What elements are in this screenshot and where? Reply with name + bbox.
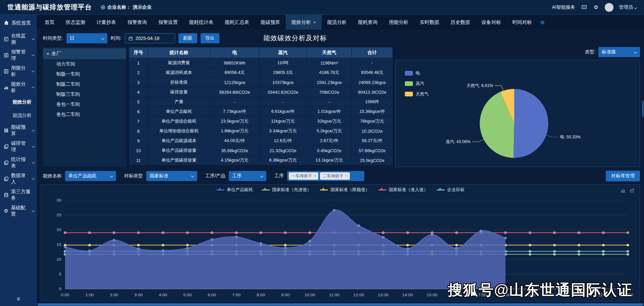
user-avatar[interactable] [605,3,613,12]
tab-设备对标[interactable]: 设备对标 [476,15,507,30]
tab-能效分析[interactable]: 能效分析× [286,15,322,30]
line-legend-item-企业目标[interactable]: 企业目标 [437,187,465,193]
tree-node-动力车间[interactable]: 动力车间 [43,59,126,69]
line-legend-item-国家标准（限额值）[interactable]: 国家标准（限额值） [320,187,370,193]
tab-能耗汇总表[interactable]: 能耗汇总表 [219,15,255,30]
sidebar-item-energy-analysis[interactable]: 用能分析 [0,63,37,79]
process-multiselect[interactable]: 一车间烘干×二车间烘干× [287,171,364,181]
benchmark-library-button[interactable]: 对标库管理 [606,171,640,181]
refresh-button[interactable]: 刷新 [178,33,197,43]
table-cell: 13.1kgce/万元 [307,156,352,165]
tag-remove-icon[interactable]: × [345,174,347,178]
export-button[interactable]: 导出 [201,33,219,43]
chevron-down-icon [32,37,35,40]
table-row: 10单位产品碳排放量35.88kgCO2e21.32kgCO2e0.45kgCO… [129,146,393,156]
benchmark-type-select[interactable]: 国家标准 [146,171,197,181]
message-icon[interactable] [581,4,587,11]
tab-能耗统计表[interactable]: 能耗统计表 [183,15,219,30]
svg-text:30: 30 [56,198,61,203]
process-label: 工序 [274,173,284,179]
svg-text:9:00: 9:00 [281,293,289,297]
line-legend-item-国家标准（准入值）[interactable]: 国家标准（准入值） [378,187,428,193]
tree-caret-icon[interactable]: ▾ [47,52,49,56]
tab-历史数据[interactable]: 历史数据 [445,15,476,30]
table-row: 3折标准煤12125kgce10373kgce1591.23kgce24089.… [129,78,393,87]
table-cell: 23.5kgce/万元 [210,117,259,126]
table-cell: 33442.62tCO2e [259,87,307,97]
tab-用能分析[interactable]: 用能分析 [383,15,414,30]
sidebar-item-data-entry[interactable]: 数据录入 [0,171,37,187]
sidebar-item-efficiency-analysis[interactable]: 能效分析 [0,79,37,95]
table-cell: 21.32kgCO2e [259,146,307,156]
chevron-up-icon [32,86,35,89]
table-cell: 0.45kgCO2e [307,146,352,156]
vertical-scrollbar[interactable] [642,101,644,117]
tree-node-卷包二车间[interactable]: 卷包二车间 [43,110,126,120]
chevron-down-icon [32,53,35,56]
time-type-select[interactable]: 日 [66,33,107,43]
tree-node-卷包一车间[interactable]: 卷包一车间 [43,99,126,110]
table-cell: 单位产值综合能耗 [148,117,210,126]
tree-node-制版三车间[interactable]: 制版三车间 [43,89,126,99]
close-all-tabs-icon[interactable]: ⊗ [540,15,545,30]
line-legend-item-国家标准（先进值）[interactable]: 国家标准（先进值） [262,187,311,193]
table-cell: 3.34kgce/万元 [259,126,307,136]
sidebar-item-home[interactable]: 系统首页 [0,15,37,31]
sidebar-item-third-party-services[interactable]: 第三方服务 [0,187,37,203]
sidebar-item-basic-configuration[interactable]: ⚙ 基础配置 [0,203,37,219]
table-cell: 1.66kgce/万元 [210,126,259,136]
tab-报警查询[interactable]: 报警查询 [122,15,153,30]
pie-type-select[interactable]: 标准煤 [598,47,640,57]
sidebar-subitem-energy-flow-analysis[interactable]: 能流分析 [0,109,37,122]
table-cell: 24089.23kgce [352,78,393,87]
sidebar-subitem-efficiency-analysis[interactable]: 能效分析 [0,95,37,109]
sidebar-collapse-icon[interactable]: ≡ [0,296,37,303]
sidebar-item-statistical-reports[interactable]: 统计报表 [0,155,37,171]
date-picker[interactable]: 2025-04-18 [125,33,175,43]
table-cell: 32kgce/万元 [307,117,352,126]
table-cell: 单位产品能耗 [148,107,210,117]
tab-状态监测[interactable]: 状态监测 [60,15,91,30]
tab-实时数据[interactable]: 实时数据 [414,15,445,30]
tab-时间对标[interactable]: 时间对标 [507,15,538,30]
svg-text:电: 50.33%: 电: 50.33% [560,135,581,139]
svg-text:蒸汽: 43.06%: 蒸汽: 43.06% [446,139,471,144]
svg-text:6:00: 6:00 [208,293,216,297]
efficiency-name-select[interactable]: 单位产品能耗 [65,171,116,181]
sidebar-item-alarm-management[interactable]: 报警管理 [0,47,37,63]
tab-报警设置[interactable]: 报警设置 [153,15,183,30]
line-legend-item-单位产品能耗[interactable]: 单位产品能耗 [216,187,253,193]
tree-node-制版二车间[interactable]: 制版二车间 [43,79,126,89]
tab-能耗查询[interactable]: 能耗查询 [353,15,383,30]
stats-table-body: 1能源消费量98652KWh110吨1196Nm³-2能源消耗成本69056.4… [129,58,393,165]
horizontal-scrollbar[interactable] [38,303,643,306]
tab-首页[interactable]: 首页 [39,15,60,30]
stats-table-panel: 序号统计名称电蒸汽天然气合计 1能源消费量98652KWh110吨1196Nm³… [129,47,392,167]
svg-text:0: 0 [59,287,61,291]
bar-chart-switch-icon[interactable] [620,187,626,193]
tab-bar-tabs: 首页状态监测计量抄表报警查询报警设置能耗统计表能耗汇总表能碳预算能效分析×能流分… [39,15,538,30]
sidebar-item-online-monitoring[interactable]: 在线监测 [0,31,37,47]
tab-close-icon[interactable]: × [313,20,316,25]
table-cell: 12125kgce [210,78,259,87]
tree-node-制版一车间[interactable]: 制版一车间 [43,69,126,79]
table-cell: 单位产值碳排放量 [148,156,210,165]
tag-remove-icon[interactable]: × [314,174,316,178]
table-cell: 4 [129,87,148,97]
tab-计量抄表[interactable]: 计量抄表 [91,15,122,30]
line-chart-switch-icon[interactable] [630,187,635,193]
ai-service-link[interactable]: AI智能服务 [552,4,575,10]
settings-gear-icon[interactable]: ⚙ [593,4,599,11]
tab-能流分析[interactable]: 能流分析 [322,15,353,30]
page-content: 时间类型: 日 时间: 2025-04-18 刷新 导出 能效碳效分析及对标 ▾… [37,30,644,306]
tree-node-root[interactable]: ▾ 全厂 [43,48,126,59]
sidebar-item-carbon-budget[interactable]: 能碳预算 [0,122,37,138]
tab-能碳预算[interactable]: 能碳预算 [255,15,286,30]
user-chevron-down-icon [634,6,637,9]
process-product-select[interactable]: 工序 [229,171,266,181]
time-type-label: 时间类型: [43,35,63,41]
chevron-down-icon [32,145,35,147]
sidebar-item-carbon-management[interactable]: 碳排管理 [0,138,37,155]
user-name[interactable]: 管理员 [619,4,637,10]
table-cell: 15.36kgce/件 [352,107,393,117]
